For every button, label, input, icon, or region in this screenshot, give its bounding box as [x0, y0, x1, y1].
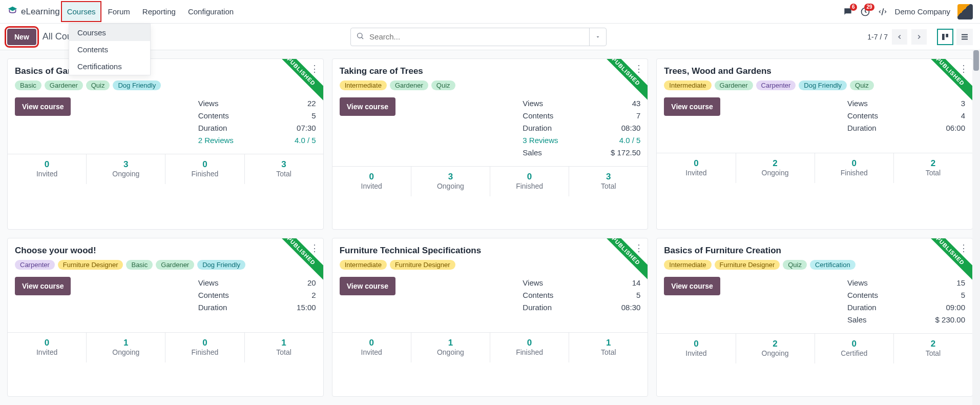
tag[interactable]: Dog Friendly [113, 80, 161, 90]
company-selector[interactable]: Demo Company [895, 7, 950, 16]
tag-list: CarpenterFurniture DesignerBasicGardener… [15, 260, 316, 270]
nav-item-forum[interactable]: Forum [101, 0, 136, 23]
pager-next[interactable] [911, 29, 927, 45]
footer-count[interactable]: 0Invited [8, 154, 87, 184]
footer-count[interactable]: 3Ongoing [87, 154, 165, 184]
footer-count[interactable]: 0Invited [657, 334, 736, 363]
footer-count[interactable]: 2Ongoing [736, 153, 815, 183]
tag[interactable]: Furniture Designer [58, 260, 123, 270]
debug-tools-icon[interactable] [878, 7, 888, 17]
search-options-toggle[interactable] [589, 28, 606, 46]
tag[interactable]: Quiz [850, 80, 874, 90]
kanban-view-button[interactable] [937, 29, 953, 45]
tag[interactable]: Basic [126, 260, 153, 270]
tag[interactable]: Dog Friendly [799, 80, 847, 90]
footer-count[interactable]: 0Invited [8, 333, 87, 362]
view-course-button[interactable]: View course [664, 277, 720, 295]
tag[interactable]: Certification [810, 260, 856, 270]
footer-count[interactable]: 3Ongoing [411, 167, 490, 196]
footer-count[interactable]: 0Finished [165, 154, 244, 184]
vertical-scrollbar[interactable] [972, 50, 980, 405]
stat-row[interactable]: 2 Reviews4.0 / 5 [198, 134, 316, 147]
dropdown-item-certifications[interactable]: Certifications [69, 58, 150, 75]
tag[interactable]: Gardener [156, 260, 194, 270]
footer-count[interactable]: 0Invited [332, 167, 411, 196]
course-card[interactable]: PUBLISHED⋮Trees, Wood and GardensInterme… [656, 58, 973, 230]
footer-count[interactable]: 3Total [569, 167, 648, 196]
view-course-button[interactable]: View course [340, 277, 395, 295]
nav-item-reporting[interactable]: Reporting [136, 0, 182, 23]
footer-count[interactable]: 0Invited [332, 333, 411, 362]
tag[interactable]: Carpenter [15, 260, 55, 270]
tag[interactable]: Carpenter [756, 80, 796, 90]
course-title: Basics of Gardening [15, 66, 316, 76]
footer-count[interactable]: 0Certified [815, 334, 894, 363]
course-card[interactable]: PUBLISHED⋮Taking care of TreesIntermedia… [332, 58, 649, 230]
footer-count[interactable]: 2Ongoing [736, 334, 815, 363]
card-menu-icon[interactable]: ⋮ [959, 64, 968, 73]
stat-row: Duration08:30 [523, 122, 640, 134]
course-card[interactable]: PUBLISHED⋮Choose your wood!CarpenterFurn… [7, 238, 324, 397]
tag[interactable]: Furniture Designer [715, 260, 780, 270]
avatar[interactable] [957, 4, 973, 19]
pager: 1-7 / 7 [867, 29, 927, 45]
tag[interactable]: Quiz [783, 260, 807, 270]
stat-row[interactable]: 3 Reviews4.0 / 5 [523, 134, 640, 147]
dropdown-item-courses[interactable]: Courses [69, 24, 150, 41]
stat-row: Views43 [523, 97, 640, 110]
footer-count[interactable]: 2Total [894, 334, 972, 363]
stat-row: Contents5 [198, 110, 316, 122]
course-footer-counts: 0Invited3Ongoing0Finished3Total [332, 166, 648, 196]
tag[interactable]: Intermediate [340, 80, 387, 90]
footer-count[interactable]: 1Ongoing [411, 333, 490, 362]
card-menu-icon[interactable]: ⋮ [634, 64, 643, 73]
footer-count[interactable]: 0Finished [490, 167, 569, 196]
app-logo[interactable]: eLearning [7, 5, 60, 18]
footer-count[interactable]: 0Finished [815, 153, 894, 183]
tag[interactable]: Intermediate [664, 80, 711, 90]
tag[interactable]: Gardener [715, 80, 753, 90]
tag[interactable]: Quiz [86, 80, 110, 90]
footer-count[interactable]: 1Total [245, 333, 323, 362]
card-menu-icon[interactable]: ⋮ [310, 64, 319, 73]
tag[interactable]: Intermediate [664, 260, 711, 270]
view-course-button[interactable]: View course [340, 97, 395, 116]
course-card[interactable]: PUBLISHED⋮Basics of GardeningBasicGarden… [7, 58, 324, 230]
messages-icon[interactable]: 6 [843, 7, 853, 17]
card-menu-icon[interactable]: ⋮ [310, 244, 319, 253]
view-course-button[interactable]: View course [15, 97, 71, 116]
stat-row: Sales$ 172.50 [523, 147, 640, 159]
view-course-button[interactable]: View course [664, 97, 720, 116]
tag[interactable]: Furniture Designer [390, 260, 455, 270]
footer-count[interactable]: 2Total [894, 153, 972, 183]
tag[interactable]: Gardener [390, 80, 428, 90]
stat-row: Views22 [198, 97, 316, 110]
footer-count[interactable]: 1Total [569, 333, 648, 362]
tag[interactable]: Quiz [431, 80, 455, 90]
footer-count[interactable]: 0Invited [657, 153, 736, 183]
footer-count[interactable]: 1Ongoing [87, 333, 165, 362]
course-card[interactable]: PUBLISHED⋮Furniture Technical Specificat… [332, 238, 649, 397]
dropdown-item-contents[interactable]: Contents [69, 41, 150, 58]
tag[interactable]: Gardener [45, 80, 83, 90]
pager-text: 1-7 / 7 [867, 33, 888, 41]
stat-row: Contents4 [847, 110, 965, 122]
nav-item-configuration[interactable]: Configuration [182, 0, 240, 23]
activities-icon[interactable]: 29 [860, 7, 870, 17]
footer-count[interactable]: 0Finished [165, 333, 244, 362]
tag[interactable]: Intermediate [340, 260, 387, 270]
footer-count[interactable]: 3Total [245, 154, 323, 184]
nav-item-courses[interactable]: Courses [61, 1, 102, 22]
new-button[interactable]: New [7, 29, 36, 45]
list-view-button[interactable] [956, 29, 973, 45]
card-menu-icon[interactable]: ⋮ [959, 244, 968, 253]
footer-count[interactable]: 0Finished [490, 333, 569, 362]
app-name: eLearning [21, 7, 60, 17]
pager-prev[interactable] [892, 29, 907, 45]
tag[interactable]: Basic [15, 80, 41, 90]
card-menu-icon[interactable]: ⋮ [634, 244, 643, 253]
view-course-button[interactable]: View course [15, 277, 71, 295]
search-input[interactable] [369, 32, 589, 41]
tag[interactable]: Dog Friendly [197, 260, 245, 270]
course-card[interactable]: PUBLISHED⋮Basics of Furniture CreationIn… [656, 238, 973, 397]
